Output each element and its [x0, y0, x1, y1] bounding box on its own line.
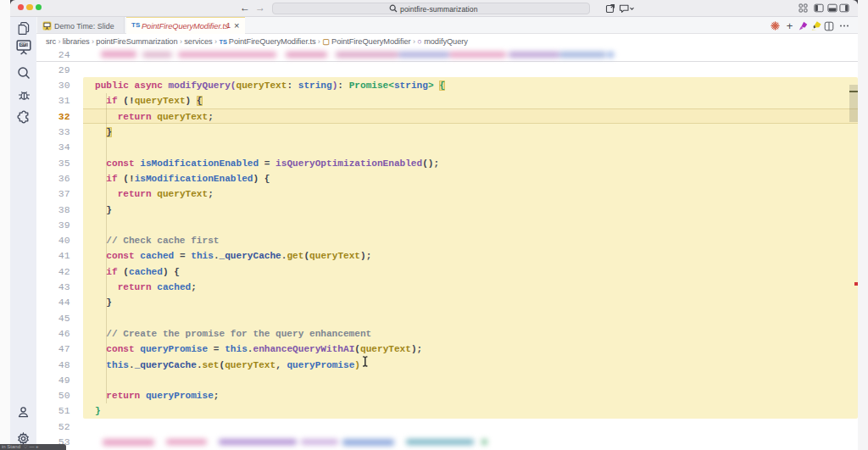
- svg-text:DT: DT: [20, 42, 25, 47]
